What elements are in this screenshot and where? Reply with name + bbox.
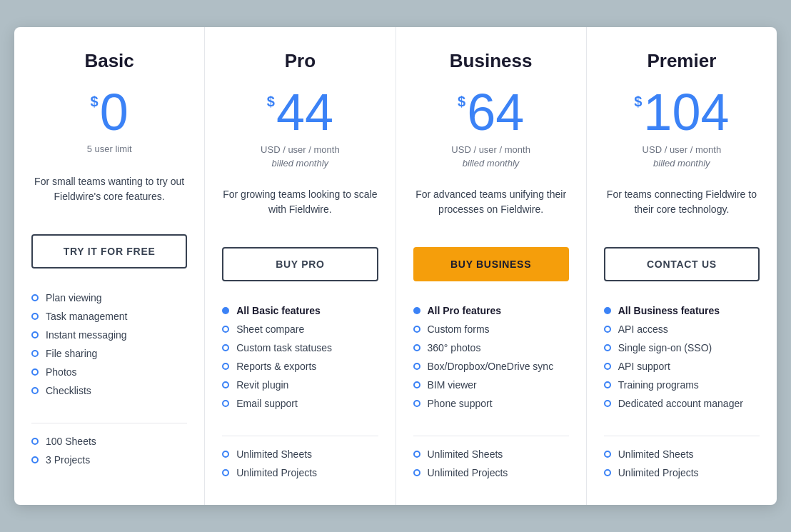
feature-item: File sharing <box>31 344 187 363</box>
feature-dot <box>31 331 39 338</box>
feature-label: Reports & exports <box>236 361 316 372</box>
feature-item: Email support <box>222 394 378 413</box>
footer-feature-item: Unlimited Sheets <box>413 445 569 463</box>
feature-dot <box>31 313 39 320</box>
feature-dot <box>222 400 229 407</box>
price-meta-pro: USD / user / monthbilled monthly <box>261 144 340 169</box>
feature-dot <box>222 307 229 314</box>
plan-card-premier: Premier$104USD / user / monthbilled mont… <box>587 27 777 504</box>
feature-dot <box>31 294 39 301</box>
footer-feature-label: Unlimited Sheets <box>236 448 312 460</box>
feature-label: All Business features <box>618 305 720 316</box>
price-amount-basic: 0 <box>100 86 129 138</box>
footer-feature-label: Unlimited Projects <box>428 467 508 478</box>
feature-dot <box>604 400 611 407</box>
divider-pro <box>222 436 378 436</box>
footer-feature-dot <box>222 451 229 458</box>
footer-feature-item: Unlimited Sheets <box>604 445 760 463</box>
feature-dot <box>604 326 611 333</box>
footer-feature-dot <box>604 451 611 458</box>
feature-item: Custom task statuses <box>222 338 378 357</box>
feature-label: Box/Dropbox/OneDrive sync <box>428 361 554 372</box>
footer-feature-dot <box>222 469 229 476</box>
footer-feature-dot <box>31 456 39 463</box>
feature-dot <box>604 307 611 314</box>
plan-description-basic: For small teams wanting to try out Field… <box>31 174 187 217</box>
price-meta-premier: USD / user / monthbilled monthly <box>643 144 722 169</box>
divider-premier <box>604 436 760 436</box>
footer-feature-item: 3 Projects <box>31 451 187 469</box>
plan-description-business: For advanced teams unifying their proces… <box>413 187 569 230</box>
feature-label: Task management <box>46 311 127 322</box>
footer-features-basic: 100 Sheets3 Projects <box>31 432 187 469</box>
footer-features-premier: Unlimited SheetsUnlimited Projects <box>604 445 760 482</box>
feature-label: Phone support <box>428 398 493 409</box>
price-row-premier: $104 <box>634 86 729 138</box>
feature-dot <box>413 326 420 333</box>
feature-label: Instant messaging <box>46 329 127 341</box>
price-amount-premier: 104 <box>643 86 729 138</box>
features-list-premier: All Business featuresAPI accessSingle si… <box>604 301 760 413</box>
cta-button-pro[interactable]: BUY PRO <box>222 247 378 281</box>
feature-item: Instant messaging <box>31 326 187 344</box>
feature-dot <box>413 307 420 314</box>
feature-label: Dedicated account manager <box>618 398 743 409</box>
footer-feature-label: Unlimited Projects <box>236 467 317 478</box>
price-row-pro: $44 <box>267 86 333 138</box>
features-list-basic: Plan viewingTask managementInstant messa… <box>31 288 187 400</box>
footer-feature-item: Unlimited Sheets <box>222 445 378 463</box>
feature-dot <box>413 344 420 351</box>
user-limit-basic: 5 user limit <box>87 144 132 154</box>
feature-item: All Basic features <box>222 301 378 320</box>
feature-dot <box>222 326 229 333</box>
footer-feature-item: Unlimited Projects <box>413 463 569 482</box>
price-amount-business: 64 <box>467 86 524 138</box>
feature-label: Custom forms <box>428 323 490 335</box>
feature-dot <box>604 344 611 351</box>
plan-card-pro: Pro$44USD / user / monthbilled monthlyFo… <box>205 27 396 504</box>
feature-item: Revit plugin <box>222 376 378 394</box>
feature-item: Plan viewing <box>31 288 187 307</box>
feature-item: Checklists <box>31 381 187 400</box>
features-list-pro: All Basic featuresSheet compareCustom ta… <box>222 301 378 413</box>
feature-label: All Pro features <box>428 305 501 316</box>
footer-features-business: Unlimited SheetsUnlimited Projects <box>413 445 569 482</box>
cta-button-business[interactable]: BUY BUSINESS <box>413 247 569 281</box>
plan-card-basic: Basic$05 user limitFor small teams wanti… <box>14 27 205 504</box>
footer-feature-dot <box>604 469 611 476</box>
price-amount-pro: 44 <box>276 86 333 138</box>
plan-description-pro: For growing teams looking to scale with … <box>222 187 378 230</box>
cta-button-premier[interactable]: CONTACT US <box>604 247 760 281</box>
feature-dot <box>413 363 420 370</box>
footer-feature-item: Unlimited Projects <box>222 463 378 482</box>
feature-item: All Pro features <box>413 301 569 320</box>
cta-button-basic[interactable]: TRY IT FOR FREE <box>31 234 187 268</box>
price-row-basic: $0 <box>91 86 129 138</box>
feature-label: Training programs <box>618 379 699 391</box>
feature-dot <box>413 381 420 388</box>
feature-label: Revit plugin <box>236 379 288 391</box>
features-list-business: All Pro featuresCustom forms360° photosB… <box>413 301 569 413</box>
currency-symbol-pro: $ <box>267 94 275 110</box>
feature-label: Single sign-on (SSO) <box>618 342 712 353</box>
feature-item: BIM viewer <box>413 376 569 394</box>
feature-item: Training programs <box>604 376 760 394</box>
feature-label: Photos <box>46 366 77 378</box>
footer-feature-dot <box>31 438 39 445</box>
feature-item: Sheet compare <box>222 320 378 338</box>
plan-name-basic: Basic <box>84 50 133 72</box>
footer-feature-dot <box>413 469 420 476</box>
feature-label: BIM viewer <box>428 379 477 391</box>
feature-dot <box>222 363 229 370</box>
plan-name-business: Business <box>450 50 533 72</box>
feature-item: Single sign-on (SSO) <box>604 338 760 357</box>
footer-feature-label: 100 Sheets <box>46 436 96 447</box>
feature-item: API support <box>604 357 760 376</box>
plan-name-premier: Premier <box>647 50 716 72</box>
feature-item: 360° photos <box>413 338 569 357</box>
feature-item: Photos <box>31 363 187 381</box>
feature-label: Plan viewing <box>46 292 102 303</box>
feature-label: Sheet compare <box>236 323 304 335</box>
feature-label: Email support <box>236 398 298 409</box>
feature-dot <box>31 350 39 357</box>
